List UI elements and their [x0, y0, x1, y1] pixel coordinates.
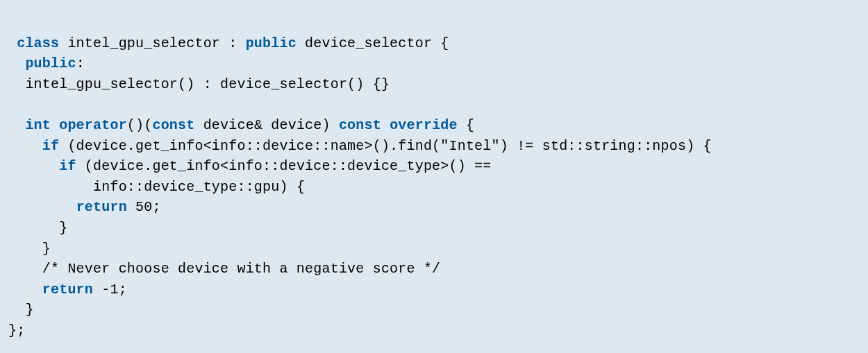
- keyword-return: return: [42, 282, 93, 298]
- code-text: }: [42, 241, 51, 257]
- code-line-8: info::device_type::gpu) {: [8, 179, 305, 195]
- keyword-override: override: [390, 117, 458, 133]
- code-text: (device.get_info<info::device::name>().f…: [59, 138, 440, 154]
- code-line-1: class intel_gpu_selector : public device…: [8, 35, 449, 51]
- number-literal: 50: [135, 199, 152, 215]
- keyword-int: int: [25, 117, 51, 133]
- keyword-const: const: [152, 117, 194, 133]
- code-text: ;: [119, 282, 127, 298]
- code-line-15: };: [8, 322, 25, 338]
- string-literal: "Intel": [440, 138, 499, 154]
- keyword-const: const: [339, 117, 381, 133]
- keyword-if: if: [59, 158, 76, 174]
- code-text: -: [93, 282, 110, 298]
- code-text: }: [59, 220, 67, 236]
- keyword-return: return: [76, 199, 127, 215]
- keyword-if: if: [42, 138, 59, 154]
- code-text: [381, 117, 390, 133]
- code-text: {: [458, 117, 474, 133]
- code-line-2: public:: [8, 55, 85, 71]
- code-text: };: [8, 322, 25, 338]
- code-line-12: /* Never choose device with a negative s…: [8, 261, 440, 277]
- code-text: [51, 117, 59, 133]
- comment: /* Never choose device with a negative s…: [42, 261, 441, 277]
- keyword-public: public: [246, 35, 297, 51]
- code-block: class intel_gpu_selector : public device…: [0, 0, 868, 353]
- code-line-13: return -1;: [8, 282, 127, 298]
- code-text: (device.get_info<info::device::device_ty…: [76, 158, 492, 174]
- code-text: info::device_type::gpu) {: [93, 179, 305, 195]
- code-text: [127, 199, 135, 215]
- code-line-11: }: [8, 241, 51, 257]
- code-line-7: if (device.get_info<info::device::device…: [8, 158, 492, 174]
- code-line-10: }: [8, 220, 67, 236]
- code-text: }: [25, 302, 33, 318]
- code-text: device& device): [194, 117, 338, 133]
- code-text: :: [76, 55, 85, 71]
- keyword-public: public: [25, 55, 76, 71]
- code-text: ()(: [127, 117, 153, 133]
- code-line-9: return 50;: [8, 199, 161, 215]
- code-text: device_selector {: [297, 35, 449, 51]
- code-line-5: int operator()(const device& device) con…: [8, 117, 474, 133]
- code-line-3: intel_gpu_selector() : device_selector()…: [8, 76, 390, 92]
- code-line-14: }: [8, 302, 34, 318]
- code-text: intel_gpu_selector() : device_selector()…: [25, 76, 390, 92]
- number-literal: 1: [110, 282, 118, 298]
- keyword-class: class: [17, 35, 59, 51]
- code-line-6: if (device.get_info<info::device::name>(…: [8, 138, 712, 154]
- keyword-operator: operator: [59, 117, 127, 133]
- code-text: ) != std::string::npos) {: [500, 138, 712, 154]
- code-text: intel_gpu_selector :: [59, 35, 245, 51]
- code-text: ;: [152, 199, 160, 215]
